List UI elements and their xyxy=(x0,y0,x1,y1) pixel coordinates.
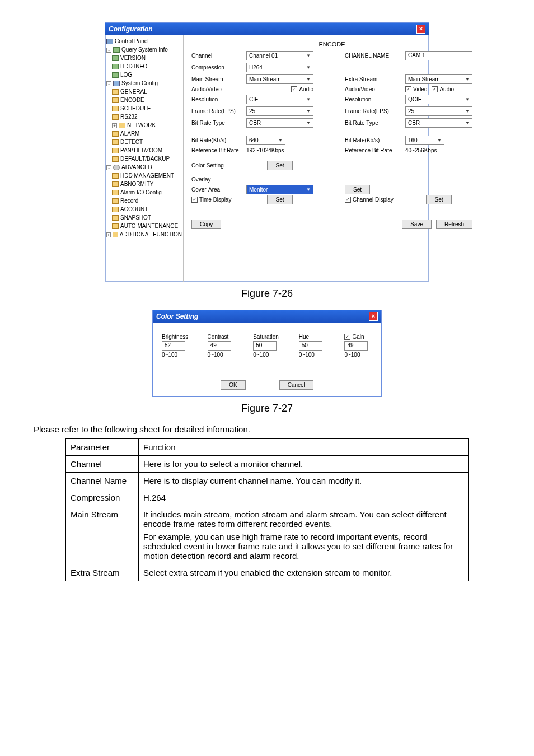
main-audio-checkbox[interactable]: ✓Audio xyxy=(291,86,313,92)
label-av-extra: Audio/Video xyxy=(345,86,401,92)
hue-input[interactable]: 50 xyxy=(299,341,322,351)
close-icon[interactable]: × xyxy=(416,25,425,34)
label-fps-main: Frame Rate(FPS) xyxy=(191,108,242,114)
gear-icon xyxy=(113,165,120,170)
book-icon xyxy=(112,64,119,69)
chevron-down-icon: ▼ xyxy=(465,120,470,125)
chevron-down-icon: ▼ xyxy=(306,109,311,114)
tree-detect[interactable]: DETECT xyxy=(106,138,182,147)
tree-account[interactable]: ACCOUNT xyxy=(106,206,182,214)
collapse-icon[interactable]: - xyxy=(106,81,111,86)
tree-record[interactable]: Record xyxy=(106,197,182,206)
table-row: ChannelHere is for you to select a monit… xyxy=(66,456,469,473)
saturation-input[interactable]: 50 xyxy=(253,341,277,351)
time-display-checkbox[interactable]: ✓Time Display xyxy=(191,197,242,203)
tree-alarm-io[interactable]: Alarm I/O Config xyxy=(106,189,182,197)
gain-field: ✓Gain 49 0~100 xyxy=(344,334,372,358)
tree-version[interactable]: VERSION xyxy=(106,54,182,63)
main-fps-select[interactable]: 25▼ xyxy=(246,106,313,116)
label-extra-stream: Extra Stream xyxy=(345,76,401,82)
extra-bitrate-select[interactable]: 160▼ xyxy=(405,136,444,145)
extra-stream-select[interactable]: Main Stream▼ xyxy=(405,74,472,84)
tree-ptz[interactable]: PAN/TILT/ZOOM xyxy=(106,147,182,155)
tree-default-backup[interactable]: DEFAULT/BACKUP xyxy=(106,155,182,164)
tree-log[interactable]: LOG xyxy=(106,71,182,80)
color-setting-set-button[interactable]: Set xyxy=(267,161,292,170)
header-parameter: Parameter xyxy=(66,439,139,456)
channel-display-checkbox[interactable]: ✓Channel Display xyxy=(345,197,401,203)
compression-select[interactable]: H264▼ xyxy=(246,63,313,72)
channel-select[interactable]: Channel 01▼ xyxy=(246,51,313,60)
folder-icon xyxy=(112,181,119,187)
tree-schedule[interactable]: SCHEDULE xyxy=(106,105,182,113)
extra-bitrate-type-select[interactable]: CBR▼ xyxy=(405,118,472,128)
tree-abnormity[interactable]: ABNORMITY xyxy=(106,180,182,189)
extra-resolution-select[interactable]: QCIF▼ xyxy=(405,95,472,104)
tree-additional-function[interactable]: +ADDTIONAL FUNCTION xyxy=(106,231,182,239)
cancel-button[interactable]: Cancel xyxy=(279,380,313,390)
tree-query-system-info[interactable]: -Query System Info xyxy=(106,46,182,54)
ok-button[interactable]: OK xyxy=(221,380,245,390)
figure-7-26-caption: Figure 7-26 xyxy=(34,288,500,300)
label-channel-name: CHANNEL NAME xyxy=(345,53,401,59)
copy-button[interactable]: Copy xyxy=(191,220,221,229)
tree-rs232[interactable]: RS232 xyxy=(106,113,182,122)
window-title: Color Setting xyxy=(156,312,198,320)
main-bitrate-type-select[interactable]: CBR▼ xyxy=(246,118,313,128)
expand-icon[interactable]: + xyxy=(112,123,117,128)
folder-icon xyxy=(112,223,119,229)
time-display-set-button[interactable]: Set xyxy=(267,195,292,204)
label-main-stream: Main Stream xyxy=(191,76,242,82)
main-stream-select[interactable]: Main Stream▼ xyxy=(246,74,313,84)
label-channel: Channel xyxy=(191,53,242,59)
tree-network[interactable]: +NETWORK xyxy=(106,122,182,130)
table-header-row: Parameter Function xyxy=(66,439,469,456)
tree-encode[interactable]: ENCODE xyxy=(106,96,182,105)
color-setting-window: Color Setting × Brightness 52 0~100 Cont… xyxy=(152,310,382,397)
tree-auto-maintenance[interactable]: AUTO MAINTENANCE xyxy=(106,222,182,231)
extra-audio-checkbox[interactable]: ✓Audio xyxy=(432,86,454,92)
folder-icon xyxy=(113,232,118,237)
chevron-down-icon: ▼ xyxy=(306,77,311,82)
tree-control-panel[interactable]: Control Panel xyxy=(106,38,182,46)
extra-video-checkbox[interactable]: ✓Video xyxy=(405,86,427,92)
label-cover-area: Cover-Area xyxy=(191,186,242,193)
table-row: Extra StreamSelect extra stream if you e… xyxy=(66,564,469,581)
label-resolution-extra: Resolution xyxy=(345,96,401,102)
cover-area-set-button[interactable]: Set xyxy=(345,185,370,194)
gain-input[interactable]: 49 xyxy=(344,341,368,351)
close-icon[interactable]: × xyxy=(369,312,378,321)
label-av-main: Audio/Video xyxy=(191,86,242,92)
tree-advanced[interactable]: -ADVANCED xyxy=(106,164,182,172)
collapse-icon[interactable]: - xyxy=(106,48,111,53)
table-row: Channel NameHere is to display current c… xyxy=(66,473,469,489)
header-function: Function xyxy=(139,439,469,456)
folder-icon xyxy=(112,173,119,179)
channel-display-set-button[interactable]: Set xyxy=(426,195,451,204)
channel-name-input[interactable]: CAM 1 xyxy=(405,51,472,60)
tree-hdd-mgmt[interactable]: HDD MANAGEMENT xyxy=(106,172,182,180)
chevron-down-icon: ▼ xyxy=(306,53,311,58)
tree-alarm[interactable]: ALARM xyxy=(106,130,182,138)
gain-checkbox[interactable]: ✓Gain xyxy=(344,334,372,340)
tree-snapshot[interactable]: SNAPSHOT xyxy=(106,214,182,222)
tree-hdd-info[interactable]: HDD INFO xyxy=(106,63,182,71)
book-icon xyxy=(112,55,119,61)
main-resolution-select[interactable]: CIF▼ xyxy=(246,95,313,104)
brightness-input[interactable]: 52 xyxy=(162,341,185,351)
expand-icon[interactable]: + xyxy=(106,232,111,237)
tree-general[interactable]: GENERAL xyxy=(106,88,182,96)
contrast-input[interactable]: 49 xyxy=(208,341,231,351)
label-br-extra: Bit Rate(Kb/s) xyxy=(345,137,401,143)
tree-system-config[interactable]: -System Config xyxy=(106,80,182,88)
extra-fps-select[interactable]: 25▼ xyxy=(405,106,472,116)
main-bitrate-select[interactable]: 640▼ xyxy=(246,136,285,145)
panel-title: ENCODE xyxy=(191,41,472,48)
refresh-button[interactable]: Refresh xyxy=(436,220,472,229)
collapse-icon[interactable]: - xyxy=(106,165,111,170)
folder-icon xyxy=(112,131,119,137)
cover-area-select[interactable]: Monitor▼ xyxy=(246,185,313,194)
save-button[interactable]: Save xyxy=(402,220,432,229)
chevron-down-icon: ▼ xyxy=(306,65,311,70)
chevron-down-icon: ▼ xyxy=(306,97,311,102)
